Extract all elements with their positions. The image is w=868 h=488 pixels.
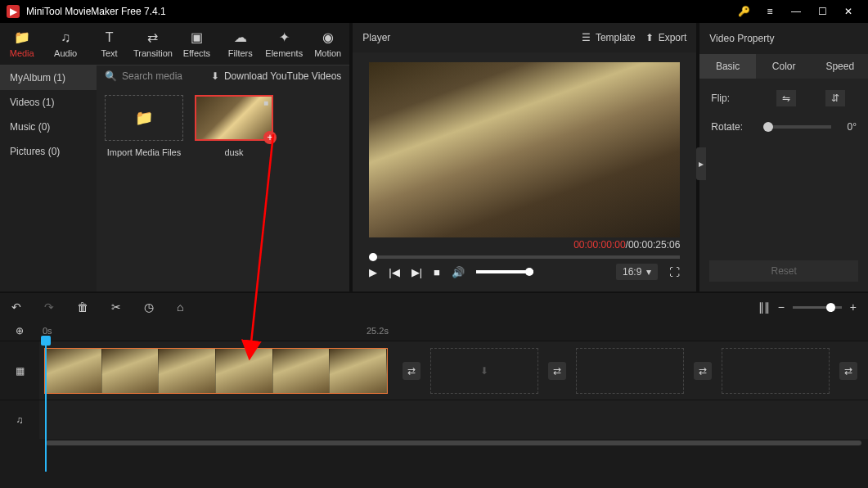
effects-icon: ▣ [191, 29, 203, 45]
reset-button[interactable]: Reset [709, 260, 858, 282]
filters-icon: ☁ [234, 29, 247, 45]
video-track-body[interactable]: ⇄ ⬇ ⇄ ⇄ ⇄ [39, 341, 868, 400]
tab-basic[interactable]: Basic [699, 54, 756, 79]
tab-filters[interactable]: ☁Filters [218, 23, 262, 65]
time-total: 00:00:25:06 [628, 239, 680, 251]
speed-button[interactable]: ◷ [144, 300, 154, 314]
elements-icon: ✦ [279, 29, 290, 45]
zoom-out-button[interactable]: − [778, 300, 785, 314]
zoom-controls: ∥∥ − + [758, 300, 857, 314]
license-key-icon[interactable]: 🔑 [731, 0, 757, 23]
timeline-clip-dusk[interactable] [44, 348, 388, 394]
audio-waveform-icon[interactable]: ∥∥ [758, 300, 770, 314]
media-clip-dusk[interactable]: ■ + dusk [195, 95, 273, 157]
media-thumbnails: 📁 Import Media Files ■ + dusk [97, 87, 349, 165]
volume-icon[interactable]: 🔊 [452, 266, 465, 278]
main-toolbar: 📁Media ♫Audio TText ⇄Transition ▣Effects… [0, 23, 349, 66]
video-track: ▦ ⇄ ⬇ ⇄ ⇄ ⇄ [0, 341, 868, 400]
search-media[interactable]: 🔍Search media [105, 70, 205, 82]
tab-speed[interactable]: Speed [812, 54, 868, 79]
flip-horizontal-button[interactable]: ⇋ [776, 90, 796, 106]
tab-color[interactable]: Color [756, 54, 812, 79]
empty-slot-3[interactable] [722, 348, 830, 394]
import-box[interactable]: 📁 [105, 95, 183, 141]
seek-bar[interactable] [369, 255, 680, 259]
player-body: 00:00:00:00 / 00:00:25:06 ▶ |◀ ▶| ■ 🔊 16… [353, 52, 696, 291]
nav-music[interactable]: Music (0) [0, 115, 97, 139]
video-track-header[interactable]: ▦ [0, 341, 39, 400]
export-button[interactable]: ⬆Export [645, 32, 687, 43]
rotate-value: 0° [848, 121, 857, 133]
zoom-in-button[interactable]: + [850, 300, 857, 314]
transition-icon: ⇄ [147, 29, 158, 45]
empty-slot-1[interactable]: ⬇ [430, 348, 538, 394]
transition-slot-2[interactable]: ⇄ [548, 362, 566, 380]
tab-text[interactable]: TText [88, 23, 131, 65]
tab-audio[interactable]: ♫Audio [43, 23, 87, 65]
transition-slot-4[interactable]: ⇄ [839, 362, 857, 380]
download-youtube-button[interactable]: ⬇Download YouTube Videos [211, 70, 341, 82]
timeline-ruler[interactable]: ⊕ 0s 25.2s [0, 321, 868, 341]
volume-slider[interactable] [476, 270, 533, 273]
playhead[interactable] [45, 341, 47, 472]
crop-button[interactable]: ⌂ [177, 300, 183, 314]
audio-track-body[interactable] [39, 400, 868, 439]
timeline-scrollbar[interactable] [0, 439, 868, 447]
scrollbar-thumb[interactable] [46, 441, 861, 445]
video-preview[interactable] [369, 62, 680, 237]
clip-thumbnail[interactable]: ■ + [195, 95, 273, 141]
prev-frame-button[interactable]: |◀ [389, 266, 399, 278]
zoom-handle[interactable] [826, 303, 835, 312]
panel-collapse-handle[interactable]: ▸ [696, 147, 706, 180]
main-area: 📁Media ♫Audio TText ⇄Transition ▣Effects… [0, 23, 868, 291]
fullscreen-button[interactable]: ⛶ [669, 266, 680, 278]
transition-slot-1[interactable]: ⇄ [403, 362, 421, 380]
tab-elements[interactable]: ✦Elements [263, 23, 306, 65]
flip-vertical-button[interactable]: ⇵ [825, 90, 845, 106]
timeline-toolbar: ↶ ↷ 🗑 ✂ ◷ ⌂ ∥∥ − + [0, 291, 868, 321]
delete-button[interactable]: 🗑 [77, 300, 88, 314]
player-panel: Player ☰Template ⬆Export 00:00:00:00 / 0… [349, 23, 699, 291]
volume-handle[interactable] [525, 268, 533, 276]
video-track-icon: ▦ [16, 365, 25, 377]
add-to-timeline-icon[interactable]: + [263, 131, 277, 144]
nav-myalbum[interactable]: MyAlbum (1) [0, 66, 97, 90]
player-header: Player ☰Template ⬆Export [353, 23, 696, 52]
rotate-handle[interactable] [763, 122, 773, 132]
zoom-slider[interactable] [793, 306, 842, 309]
tab-motion[interactable]: ◉Motion [306, 23, 349, 65]
library-topbar: 🔍Search media ⬇Download YouTube Videos [97, 66, 349, 87]
transition-slot-3[interactable]: ⇄ [694, 362, 712, 380]
redo-button[interactable]: ↷ [44, 300, 54, 314]
player-label: Player [362, 32, 572, 43]
menu-icon[interactable]: ≡ [757, 0, 783, 23]
undo-button[interactable]: ↶ [11, 300, 21, 314]
property-tabs: Basic Color Speed [699, 54, 868, 79]
library-nav: MyAlbum (1) Videos (1) Music (0) Picture… [0, 66, 97, 291]
audio-track-header[interactable]: ♫ [0, 400, 39, 439]
download-slot-icon: ⬇ [480, 365, 488, 377]
next-frame-button[interactable]: ▶| [412, 266, 422, 278]
empty-slot-2[interactable] [576, 348, 684, 394]
tab-media[interactable]: 📁Media [0, 23, 43, 65]
search-icon: 🔍 [105, 70, 117, 82]
play-button[interactable]: ▶ [369, 266, 377, 278]
stop-button[interactable]: ■ [434, 266, 440, 278]
music-note-icon: ♫ [61, 30, 70, 45]
property-panel: Video Property Basic Color Speed Flip: ⇋… [699, 23, 868, 291]
add-track-button[interactable]: ⊕ [0, 325, 39, 337]
rotate-slider[interactable] [763, 125, 830, 129]
nav-pictures[interactable]: Pictures (0) [0, 139, 97, 164]
title-bar: ▶ MiniTool MovieMaker Free 7.4.1 🔑 ≡ — ☐… [0, 0, 868, 23]
template-button[interactable]: ☰Template [582, 32, 636, 43]
close-button[interactable]: ✕ [835, 0, 861, 23]
aspect-ratio-select[interactable]: 16:9▾ [616, 264, 658, 280]
tab-transition[interactable]: ⇄Transition [131, 23, 174, 65]
tab-effects[interactable]: ▣Effects [175, 23, 218, 65]
split-button[interactable]: ✂ [111, 300, 121, 314]
nav-videos[interactable]: Videos (1) [0, 90, 97, 115]
maximize-button[interactable]: ☐ [809, 0, 835, 23]
minimize-button[interactable]: — [783, 0, 809, 23]
import-media-tile[interactable]: 📁 Import Media Files [105, 95, 183, 157]
music-note-icon: ♫ [16, 414, 24, 426]
